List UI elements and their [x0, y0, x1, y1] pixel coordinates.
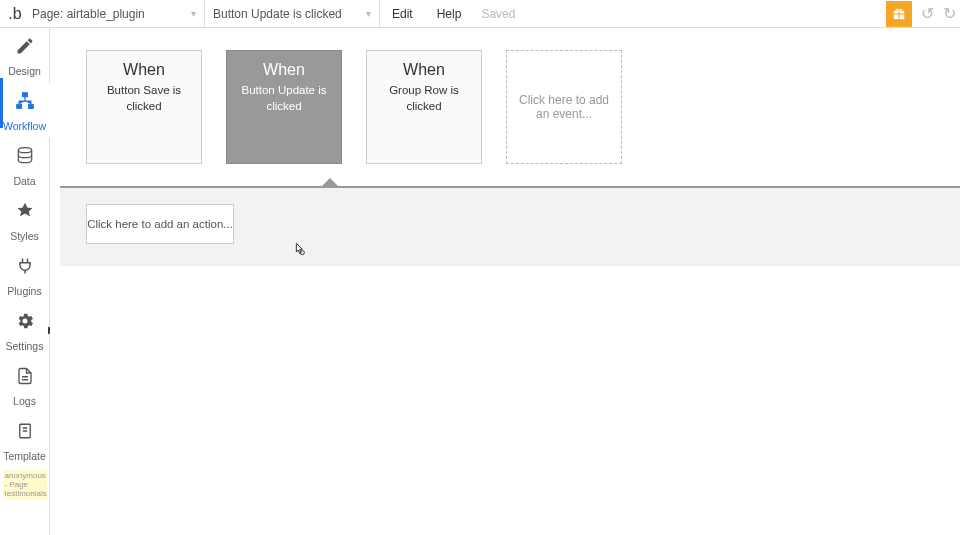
- sidebar-item-label: Settings: [6, 340, 44, 352]
- anonymous-badge[interactable]: anonymous - Page testimonials: [3, 470, 47, 500]
- sidebar-item-styles[interactable]: Styles: [0, 193, 50, 248]
- svg-point-3: [18, 148, 31, 153]
- topbar: .b Page: airtable_plugin ▾ Button Update…: [0, 0, 960, 28]
- logs-icon: [16, 366, 34, 391]
- workflow-icon: [15, 91, 35, 116]
- event-when-label: When: [373, 61, 475, 79]
- event-dropdown[interactable]: Button Update is clicked ▾: [204, 0, 379, 27]
- chevron-down-icon: ▾: [366, 8, 371, 19]
- redo-icon[interactable]: ↻: [938, 4, 960, 23]
- sidebar-item-data[interactable]: Data: [0, 138, 50, 193]
- sidebar-item-label: Template: [3, 450, 46, 462]
- sidebar-item-workflow[interactable]: Workflow: [0, 83, 50, 138]
- sidebar-item-label: Plugins: [7, 285, 41, 297]
- design-icon: [15, 36, 35, 61]
- page-dropdown-label: Page: airtable_plugin: [32, 7, 145, 21]
- event-when-label: When: [233, 61, 335, 79]
- add-action-label: Click here to add an action...: [87, 218, 233, 230]
- sidebar-item-label: Data: [13, 175, 35, 187]
- chevron-down-icon: ▾: [191, 8, 196, 19]
- events-row: When Button Save is clicked When Button …: [60, 28, 960, 183]
- sidebar-item-plugins[interactable]: Plugins: [0, 248, 50, 303]
- event-card-update[interactable]: When Button Update is clicked: [226, 50, 342, 164]
- sidebar-item-design[interactable]: Design: [0, 28, 50, 83]
- sidebar-item-settings[interactable]: Settings: [0, 303, 50, 358]
- sidebar-item-label: Design: [8, 65, 41, 77]
- event-desc: Button Save is clicked: [93, 83, 195, 114]
- svg-rect-1: [16, 104, 21, 108]
- event-desc: Button Update is clicked: [233, 83, 335, 114]
- sidebar-item-template[interactable]: Template: [0, 413, 50, 468]
- sidebar-item-logs[interactable]: Logs: [0, 358, 50, 413]
- event-card-group-row[interactable]: When Group Row is clicked: [366, 50, 482, 164]
- page-dropdown[interactable]: Page: airtable_plugin ▾: [24, 7, 204, 21]
- styles-icon: [15, 201, 35, 226]
- plugins-icon: [15, 256, 35, 281]
- main-canvas: When Button Save is clicked When Button …: [50, 28, 960, 535]
- event-when-label: When: [93, 61, 195, 79]
- sidebar-item-label: Logs: [13, 395, 36, 407]
- menu-edit[interactable]: Edit: [380, 7, 425, 21]
- sidebar: Design Workflow Data Styles Plugins Sett…: [0, 28, 50, 535]
- actions-panel: Click here to add an action...: [60, 186, 960, 266]
- sidebar-item-label: Workflow: [3, 120, 46, 132]
- svg-rect-2: [28, 104, 33, 108]
- gift-icon[interactable]: [886, 1, 912, 27]
- template-icon: [16, 421, 34, 446]
- undo-icon[interactable]: ↺: [916, 4, 938, 23]
- event-card-save[interactable]: When Button Save is clicked: [86, 50, 202, 164]
- add-action-button[interactable]: Click here to add an action...: [86, 204, 234, 244]
- app-logo: .b: [0, 5, 24, 23]
- data-icon: [15, 146, 35, 171]
- add-event-button[interactable]: Click here to add an event...: [506, 50, 622, 164]
- svg-rect-0: [22, 93, 27, 97]
- saved-status: Saved: [473, 7, 523, 21]
- add-event-label: Click here to add an event...: [517, 93, 611, 121]
- selected-pointer: [322, 178, 338, 186]
- event-dropdown-label: Button Update is clicked: [213, 7, 342, 21]
- active-indicator: [0, 78, 3, 128]
- event-desc: Group Row is clicked: [373, 83, 475, 114]
- gear-icon: [15, 311, 35, 336]
- sidebar-item-label: Styles: [10, 230, 39, 242]
- menu-help[interactable]: Help: [425, 7, 474, 21]
